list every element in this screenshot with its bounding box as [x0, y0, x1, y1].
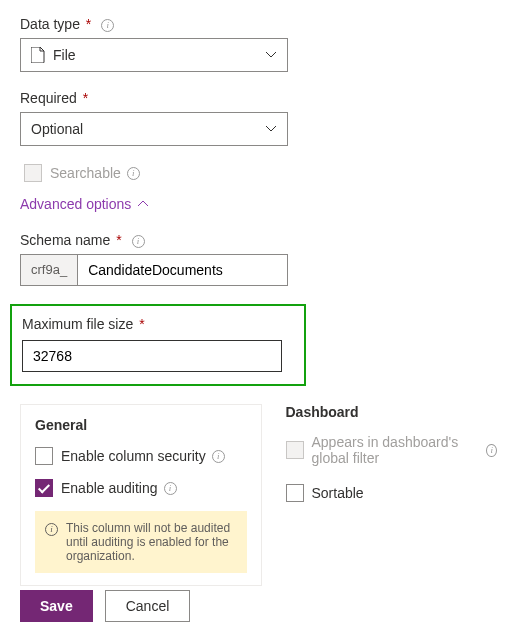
- footer-buttons: Save Cancel: [20, 590, 190, 622]
- required-group: Required * Optional: [20, 90, 497, 146]
- chevron-up-icon: [137, 200, 149, 208]
- info-icon[interactable]: i: [127, 167, 140, 180]
- chevron-down-icon: [265, 51, 277, 59]
- file-icon: [31, 47, 45, 63]
- required-select[interactable]: Optional: [20, 112, 288, 146]
- data-type-label-text: Data type: [20, 16, 80, 32]
- info-icon[interactable]: i: [486, 444, 497, 457]
- auditing-warning: i This column will not be audited until …: [35, 511, 247, 573]
- searchable-checkbox: [24, 164, 42, 182]
- info-icon[interactable]: i: [101, 19, 114, 32]
- required-label-text: Required: [20, 90, 77, 106]
- max-file-size-label-text: Maximum file size: [22, 316, 133, 332]
- required-asterisk: *: [116, 232, 121, 248]
- appears-in-filter-row: Appears in dashboard's global filter i: [286, 434, 498, 466]
- data-type-value: File: [53, 47, 76, 63]
- enable-auditing-checkbox[interactable]: [35, 479, 53, 497]
- schema-prefix: crf9a_: [20, 254, 77, 286]
- info-icon[interactable]: i: [212, 450, 225, 463]
- info-icon[interactable]: i: [132, 235, 145, 248]
- searchable-row: Searchable i: [24, 164, 497, 182]
- data-type-select[interactable]: File: [20, 38, 288, 72]
- required-asterisk: *: [139, 316, 144, 332]
- advanced-options-toggle[interactable]: Advanced options: [20, 196, 149, 212]
- sortable-checkbox[interactable]: [286, 484, 304, 502]
- advanced-options-label: Advanced options: [20, 196, 131, 212]
- info-icon[interactable]: i: [164, 482, 177, 495]
- sortable-label: Sortable: [312, 485, 364, 501]
- appears-in-filter-label: Appears in dashboard's global filter: [312, 434, 481, 466]
- info-icon: i: [45, 523, 58, 536]
- max-file-size-highlight: Maximum file size *: [10, 304, 306, 386]
- data-type-label: Data type * i: [20, 16, 497, 32]
- searchable-label: Searchable: [50, 165, 121, 181]
- required-label: Required *: [20, 90, 497, 106]
- schema-name-input[interactable]: [77, 254, 288, 286]
- max-file-size-input[interactable]: [22, 340, 282, 372]
- max-file-size-label: Maximum file size *: [22, 316, 294, 332]
- appears-in-filter-checkbox: [286, 441, 304, 459]
- schema-name-label-text: Schema name: [20, 232, 110, 248]
- required-asterisk: *: [83, 90, 88, 106]
- cancel-button[interactable]: Cancel: [105, 590, 191, 622]
- enable-column-security-row: Enable column security i: [35, 447, 247, 465]
- chevron-down-icon: [265, 125, 277, 133]
- dashboard-panel: Dashboard Appears in dashboard's global …: [286, 404, 498, 586]
- auditing-warning-text: This column will not be audited until au…: [66, 521, 237, 563]
- enable-auditing-row: Enable auditing i: [35, 479, 247, 497]
- required-value: Optional: [31, 121, 83, 137]
- dashboard-title: Dashboard: [286, 404, 498, 420]
- enable-column-security-label: Enable column security: [61, 448, 206, 464]
- general-title: General: [35, 417, 247, 433]
- required-asterisk: *: [86, 16, 91, 32]
- save-button[interactable]: Save: [20, 590, 93, 622]
- schema-name-group: Schema name * i crf9a_: [20, 232, 497, 286]
- general-panel: General Enable column security i Enable …: [20, 404, 262, 586]
- sortable-row: Sortable: [286, 484, 498, 502]
- schema-name-label: Schema name * i: [20, 232, 497, 248]
- enable-auditing-label: Enable auditing: [61, 480, 158, 496]
- schema-name-row: crf9a_: [20, 254, 288, 286]
- data-type-group: Data type * i File: [20, 16, 497, 72]
- options-columns: General Enable column security i Enable …: [20, 404, 497, 586]
- enable-column-security-checkbox[interactable]: [35, 447, 53, 465]
